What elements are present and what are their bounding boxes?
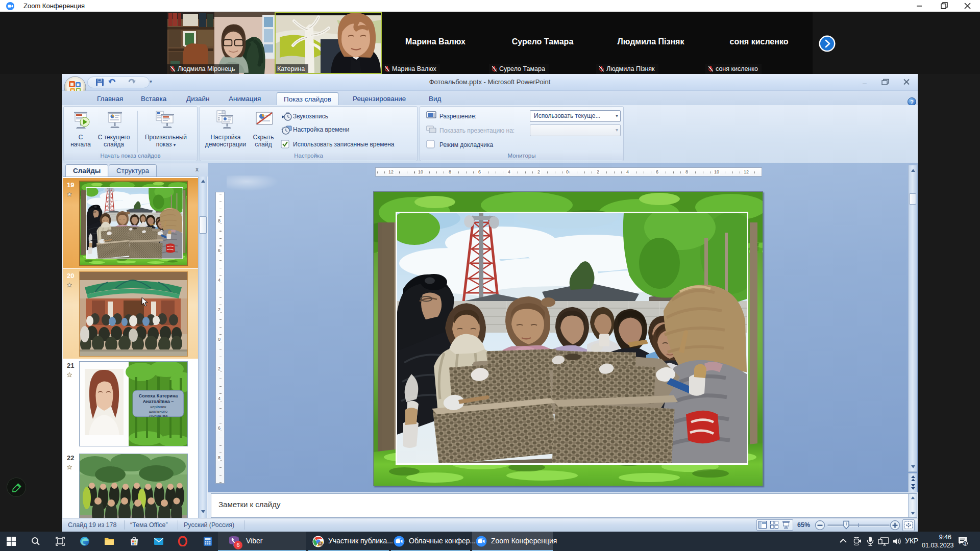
svg-text:3: 3 xyxy=(964,541,966,546)
svg-text:zoom: zoom xyxy=(397,537,401,539)
svg-text:?: ? xyxy=(910,99,914,105)
svg-text:zoom: zoom xyxy=(479,537,483,539)
svg-text:Солоха Катерина: Солоха Катерина xyxy=(139,393,179,398)
svg-text:Анатоліївна –: Анатоліївна – xyxy=(143,399,174,404)
svg-text:керівник: керівник xyxy=(151,405,166,409)
svg-text:лісництва: лісництва xyxy=(149,413,168,418)
